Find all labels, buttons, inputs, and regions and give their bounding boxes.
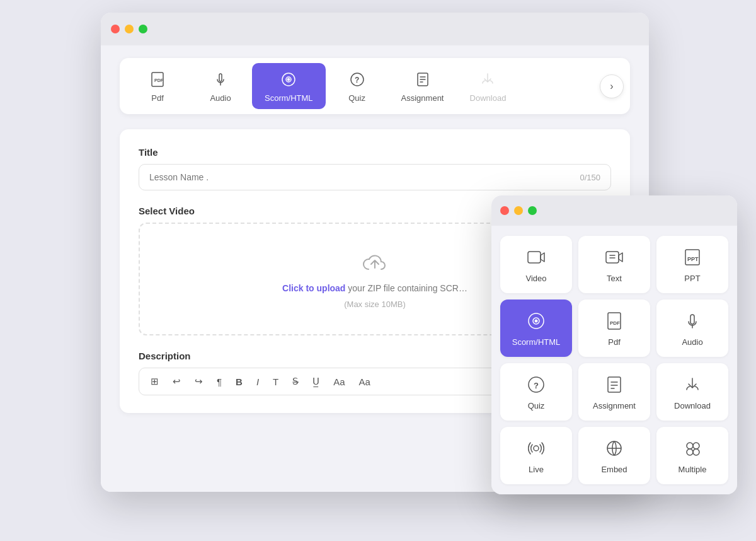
quiz-popup-icon: ? [525, 373, 547, 396]
video-icon [525, 246, 547, 269]
svg-text:?: ? [534, 381, 539, 390]
download-icon [478, 69, 498, 90]
tab-audio-label: Audio [210, 93, 231, 103]
svg-point-4 [287, 78, 290, 81]
popup-audio-label: Audio [682, 337, 702, 347]
toolbar-strikethrough[interactable]: S̶ [290, 375, 301, 388]
tab-assignment-label: Assignment [401, 93, 444, 103]
popup-item-audio[interactable]: Audio [656, 300, 728, 357]
toolbar-table[interactable]: ⊞ [148, 375, 161, 388]
popup-scorm-label: Scorm/HTML [512, 337, 561, 347]
pdf-icon: PDF [147, 69, 168, 90]
tab-next-button[interactable]: › [600, 74, 624, 98]
title-input-wrap: 0/150 [139, 164, 611, 190]
popup-item-quiz[interactable]: ? Quiz [500, 363, 572, 421]
tab-quiz[interactable]: ? Quiz [326, 63, 389, 109]
popup-video-label: Video [525, 274, 546, 283]
popup-download-label: Download [674, 401, 711, 410]
popup-item-multiple[interactable]: Multiple [656, 427, 728, 484]
popup-live-label: Live [529, 465, 544, 474]
multiple-icon [681, 437, 704, 460]
svg-rect-11 [528, 252, 541, 263]
popup-item-embed[interactable]: Embed [578, 427, 650, 484]
toolbar-font-size[interactable]: Aa [331, 375, 347, 388]
pdf-popup-icon: PDF [603, 310, 626, 332]
title-counter: 0/150 [580, 173, 600, 182]
upload-text: Click to upload your ZIP file containing… [282, 283, 467, 293]
tab-scorm-label: Scorm/HTML [265, 93, 313, 103]
svg-text:PPT: PPT [687, 256, 699, 262]
popup-grid: Video Text [500, 236, 728, 484]
popup-maximize-button[interactable] [528, 206, 537, 215]
toolbar-italic[interactable]: I [254, 375, 261, 388]
svg-text:PDF: PDF [154, 78, 164, 83]
popup-item-video[interactable]: Video [500, 236, 572, 293]
maximize-button[interactable] [139, 25, 147, 33]
popup-item-assignment[interactable]: Assignment [578, 363, 650, 421]
assignment-icon [413, 69, 433, 90]
audio-icon [210, 69, 231, 90]
toolbar-text[interactable]: T [270, 375, 281, 388]
popup-item-pdf[interactable]: PDF Pdf [578, 300, 650, 357]
svg-rect-24 [608, 377, 621, 392]
tab-download[interactable]: Download [456, 63, 519, 109]
tab-download-label: Download [470, 93, 507, 103]
embed-icon [603, 437, 626, 460]
main-titlebar [101, 13, 649, 45]
tab-scorm[interactable]: Scorm/HTML [252, 63, 326, 109]
toolbar-underline[interactable]: U̲ [310, 375, 322, 388]
popup-minimize-button[interactable] [514, 206, 523, 215]
text-icon [603, 246, 626, 269]
toolbar-redo[interactable]: ↪ [192, 375, 205, 388]
svg-point-28 [534, 446, 539, 451]
popup-item-text[interactable]: Text [578, 236, 650, 293]
popup-quiz-label: Quiz [528, 401, 545, 410]
svg-text:?: ? [355, 76, 359, 84]
download-popup-icon [681, 373, 704, 396]
popup-titlebar [491, 195, 737, 226]
tab-pdf-label: Pdf [151, 93, 164, 103]
svg-point-18 [535, 320, 538, 323]
ppt-icon: PPT [681, 246, 704, 269]
scorm-popup-icon [525, 310, 547, 332]
popup-text-label: Text [607, 274, 622, 283]
popup-item-scorm[interactable]: Scorm/HTML [500, 300, 572, 357]
upload-click-link[interactable]: Click to upload [282, 283, 345, 293]
popup-item-download[interactable]: Download [656, 363, 728, 421]
close-button[interactable] [111, 25, 120, 33]
popup-pdf-label: Pdf [608, 337, 621, 347]
popup-item-live[interactable]: Live [500, 427, 572, 484]
toolbar-paragraph[interactable]: ¶ [214, 375, 224, 388]
popup-multiple-label: Multiple [679, 465, 707, 474]
svg-point-32 [693, 443, 699, 449]
toolbar-font-case[interactable]: Aa [357, 375, 373, 388]
popup-window: Video Text [491, 195, 737, 494]
popup-close-button[interactable] [500, 206, 509, 215]
title-input[interactable] [149, 172, 573, 182]
upload-icon [361, 249, 389, 277]
tab-audio[interactable]: Audio [189, 63, 252, 109]
scorm-icon [278, 69, 299, 90]
tab-pdf[interactable]: PDF Pdf [126, 63, 189, 109]
popup-ppt-label: PPT [684, 274, 700, 283]
svg-point-34 [693, 449, 699, 455]
quiz-icon: ? [347, 69, 367, 90]
toolbar-bold[interactable]: B [233, 375, 245, 388]
minimize-button[interactable] [125, 25, 134, 33]
svg-rect-12 [606, 252, 619, 263]
tab-quiz-label: Quiz [348, 93, 365, 103]
upload-subtext: (Max size 10MB) [344, 300, 406, 309]
svg-point-33 [687, 449, 693, 455]
toolbar-undo[interactable]: ↩ [170, 375, 183, 388]
popup-traffic-lights [500, 206, 537, 215]
svg-point-31 [687, 443, 693, 449]
assignment-popup-icon [603, 373, 626, 396]
svg-text:PDF: PDF [610, 320, 620, 326]
tab-assignment[interactable]: Assignment [389, 63, 457, 109]
popup-embed-label: Embed [601, 465, 627, 474]
popup-assignment-label: Assignment [593, 401, 636, 410]
audio-popup-icon [681, 310, 704, 332]
tab-bar: PDF Pdf Audio [120, 58, 630, 114]
traffic-lights [111, 25, 147, 33]
popup-item-ppt[interactable]: PPT PPT [656, 236, 728, 293]
